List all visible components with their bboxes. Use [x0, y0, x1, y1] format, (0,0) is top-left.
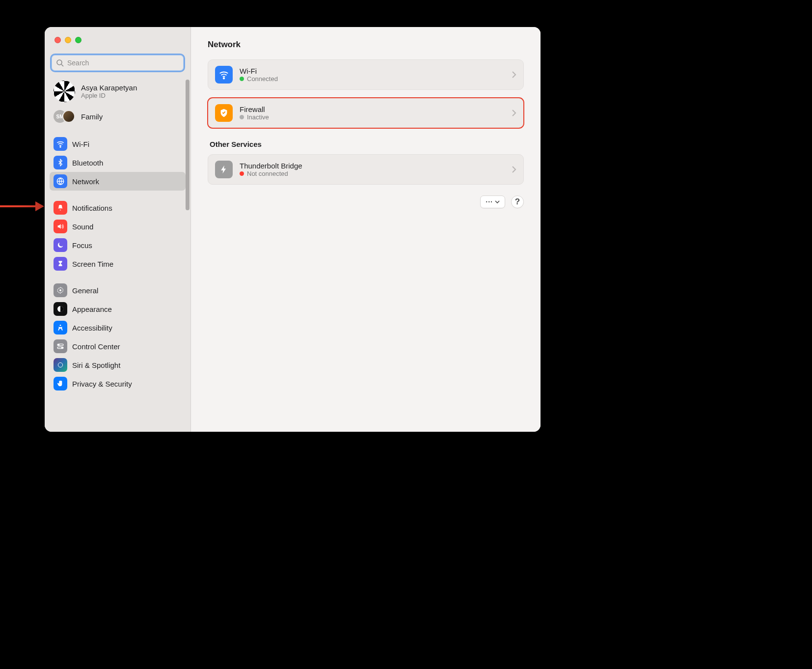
status-dot [240, 171, 244, 176]
status-dot [240, 115, 244, 119]
search-icon [56, 59, 64, 67]
chevron-right-icon [512, 71, 516, 79]
bell-icon [54, 201, 67, 215]
sidebar-item-sound[interactable]: Sound [50, 217, 186, 236]
svg-point-12 [223, 78, 225, 79]
accessibility-icon [54, 321, 67, 334]
sidebar-item-label: Sound [72, 223, 93, 231]
row-title: Firewall [240, 105, 269, 113]
user-name: Asya Karapetyan [81, 84, 137, 92]
sidebar-item-label: Appearance [72, 305, 112, 313]
sidebar-item-label: Wi-Fi [72, 140, 89, 148]
help-label: ? [515, 197, 520, 207]
svg-point-11 [58, 362, 62, 367]
search-field-wrap [52, 55, 184, 71]
chevron-right-icon [512, 109, 516, 117]
sidebar-item-general[interactable]: General [50, 281, 186, 300]
network-row-thunderbolt[interactable]: Thunderbolt Bridge Not connected [208, 155, 523, 184]
sidebar-item-label: Network [72, 177, 99, 186]
row-status: Connected [247, 75, 278, 83]
svg-point-8 [58, 344, 59, 345]
sidebar-item-label: Bluetooth [72, 159, 103, 167]
sidebar-item-focus[interactable]: Focus [50, 236, 186, 254]
switches-icon [54, 339, 67, 353]
globe-icon [54, 174, 67, 188]
user-sub: Apple ID [81, 92, 137, 99]
content-pane: Network Wi-Fi Connected [191, 27, 541, 432]
network-services-panel: Wi-Fi Connected [208, 59, 524, 90]
search-input[interactable] [52, 55, 184, 71]
bluetooth-icon [54, 156, 67, 169]
row-title: Wi-Fi [240, 67, 278, 75]
settings-window: Asya Karapetyan Apple ID SM Family Wi-Fi [45, 27, 541, 432]
sidebar-scroll: Asya Karapetyan Apple ID SM Family Wi-Fi [45, 78, 190, 432]
svg-line-1 [61, 64, 63, 66]
sidebar-item-screen-time[interactable]: Screen Time [50, 254, 186, 273]
annotation-arrow [0, 201, 45, 211]
sidebar-item-appearance[interactable]: Appearance [50, 300, 186, 318]
section-title-other-services: Other Services [210, 140, 524, 148]
sidebar-item-label: Focus [72, 241, 92, 250]
svg-point-6 [60, 325, 61, 326]
family-avatars: SM [54, 110, 75, 123]
network-row-wifi[interactable]: Wi-Fi Connected [208, 60, 523, 89]
scrollbar-thumb[interactable] [186, 80, 189, 210]
wifi-icon [54, 137, 67, 151]
window-controls [45, 37, 190, 43]
sidebar-item-label: Screen Time [72, 260, 113, 268]
minimize-window-button[interactable] [65, 37, 71, 43]
contrast-icon [54, 302, 67, 316]
row-status: Not connected [247, 170, 288, 177]
row-title: Thunderbolt Bridge [240, 162, 302, 170]
family-avatar-photo [62, 110, 75, 123]
sidebar-item-wifi[interactable]: Wi-Fi [50, 135, 186, 153]
user-avatar [54, 81, 75, 102]
speaker-icon [54, 220, 67, 233]
sidebar-item-accessibility[interactable]: Accessibility [50, 318, 186, 337]
sidebar-item-siri-spotlight[interactable]: Siri & Spotlight [50, 356, 186, 374]
sidebar-item-label: Accessibility [72, 324, 112, 332]
fullscreen-window-button[interactable] [75, 37, 81, 43]
sidebar-item-network[interactable]: Network [50, 172, 186, 191]
chevron-right-icon [512, 166, 516, 173]
more-actions-button[interactable]: ··· [480, 195, 505, 208]
sidebar-item-control-center[interactable]: Control Center [50, 337, 186, 356]
family-label: Family [81, 112, 103, 121]
firewall-icon [215, 104, 233, 122]
sidebar-item-bluetooth[interactable]: Bluetooth [50, 153, 186, 172]
sidebar-item-apple-id[interactable]: Asya Karapetyan Apple ID [50, 78, 186, 105]
other-services-panel: Thunderbolt Bridge Not connected [208, 154, 524, 185]
sidebar-item-privacy-security[interactable]: Privacy & Security [50, 374, 186, 393]
hourglass-icon [54, 257, 67, 271]
close-window-button[interactable] [54, 37, 61, 43]
network-row-firewall[interactable]: Firewall Inactive [208, 98, 523, 128]
sidebar-item-family[interactable]: SM Family [50, 106, 186, 127]
sidebar: Asya Karapetyan Apple ID SM Family Wi-Fi [45, 27, 191, 432]
sidebar-item-label: Privacy & Security [72, 380, 132, 388]
wifi-icon [215, 66, 233, 84]
sidebar-item-label: General [72, 286, 98, 295]
thunderbolt-icon [215, 161, 233, 178]
svg-point-4 [59, 289, 61, 291]
hand-icon [54, 377, 67, 390]
gear-icon [54, 283, 67, 297]
svg-point-0 [57, 60, 62, 65]
network-row-firewall-panel: Firewall Inactive [208, 98, 524, 128]
sidebar-item-label: Control Center [72, 342, 120, 351]
sidebar-item-notifications[interactable]: Notifications [50, 198, 186, 217]
row-status: Inactive [247, 113, 269, 121]
help-button[interactable]: ? [511, 195, 524, 208]
svg-point-10 [61, 347, 62, 348]
page-title: Network [208, 40, 524, 50]
siri-icon [54, 358, 67, 372]
svg-point-2 [60, 146, 61, 147]
ellipsis-icon: ··· [486, 198, 493, 206]
sidebar-item-label: Notifications [72, 204, 112, 212]
chevron-down-icon [495, 199, 500, 204]
sidebar-item-label: Siri & Spotlight [72, 361, 120, 369]
status-dot [240, 77, 244, 81]
moon-icon [54, 238, 67, 252]
